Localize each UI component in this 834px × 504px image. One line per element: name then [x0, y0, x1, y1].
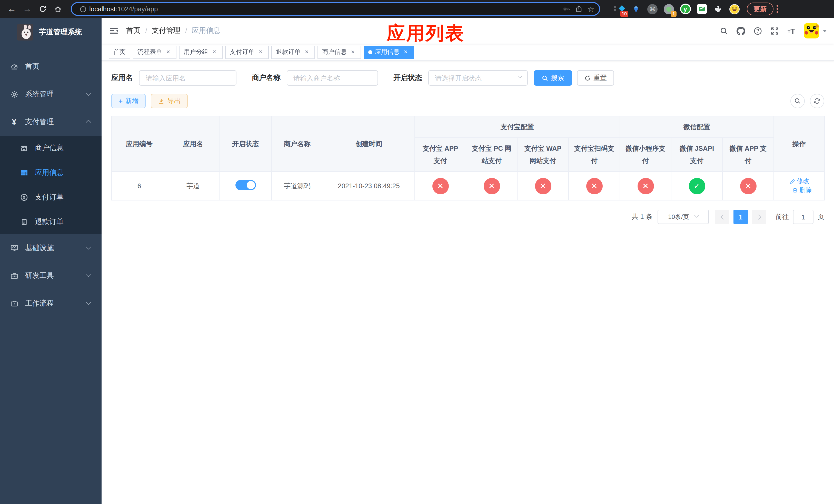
sidebar-item-label: 研发工具	[25, 271, 87, 280]
reset-button[interactable]: 重置	[577, 70, 614, 86]
status-toggle[interactable]	[235, 180, 256, 190]
chevron-down-icon	[86, 299, 91, 304]
tab-close-icon[interactable]: ×	[257, 48, 264, 55]
status-select[interactable]	[428, 70, 528, 86]
yen-icon: ¥	[10, 117, 19, 127]
browser-back-icon[interactable]: ←	[5, 2, 19, 16]
breadcrumb-payment[interactable]: 支付管理	[152, 26, 180, 36]
sidebar-item-payment[interactable]: ¥ 支付管理	[0, 108, 102, 136]
tab-close-icon[interactable]: ×	[402, 48, 409, 55]
cell-alipay-wap: ✕	[517, 171, 569, 200]
font-size-icon[interactable]: TT	[784, 24, 798, 38]
goto-page-input[interactable]	[793, 210, 813, 224]
table-row: 6 芋道 芋道源码 2021-10-23 08:49:25 ✕ ✕ ✕ ✕ ✕	[112, 171, 825, 200]
password-key-icon[interactable]	[560, 3, 572, 15]
user-avatar[interactable]	[804, 23, 819, 39]
sidebar-toggle-icon[interactable]	[102, 18, 126, 44]
github-icon[interactable]	[733, 24, 748, 38]
browser-update-button[interactable]: 更新	[747, 3, 773, 15]
app-name-input[interactable]	[139, 70, 237, 86]
search-button[interactable]: 搜索	[534, 70, 572, 86]
extension-blue-diamond-icon[interactable]: 10	[613, 3, 626, 15]
sidebar-item-system[interactable]: 系统管理	[0, 81, 102, 108]
tab-close-icon[interactable]: ×	[349, 48, 356, 55]
extension-camera-icon[interactable]: 1	[663, 3, 675, 15]
sidebar-item-workflow[interactable]: 工作流程	[0, 290, 102, 317]
navbar: 首页 / 支付管理 / 应用信息 应用列表	[102, 18, 834, 44]
bookmark-star-icon[interactable]: ☆	[585, 3, 597, 15]
page-unit-label: 页	[818, 212, 824, 222]
url-text: localhost:1024/pay/app	[89, 5, 158, 13]
sidebar-item-pay-orders[interactable]: 支付订单	[0, 185, 102, 210]
monitor-icon	[10, 244, 19, 252]
tab-close-icon[interactable]: ×	[164, 48, 172, 55]
avatar-dropdown-caret-icon[interactable]	[823, 29, 827, 32]
status-cross-icon: ✕	[483, 178, 500, 194]
sidebar-item-infrastructure[interactable]: 基础设施	[0, 234, 102, 262]
delete-link[interactable]: 删除	[792, 186, 812, 194]
edit-link[interactable]: 修改	[789, 177, 809, 186]
address-bar[interactable]: localhost:1024/pay/app ☆	[71, 2, 600, 16]
cell-alipay-app: ✕	[415, 171, 466, 200]
sidebar-item-app-info[interactable]: 应用信息	[0, 160, 102, 185]
share-icon[interactable]	[572, 3, 585, 15]
extensions-area: 10 ⌘ 1 y 更新	[609, 3, 778, 15]
col-wechat-app: 微信 APP 支付	[722, 138, 774, 172]
prev-page-button[interactable]	[715, 210, 729, 224]
extension-chat-icon[interactable]	[696, 3, 708, 15]
sidebar-item-home[interactable]: 首页	[0, 53, 102, 81]
fullscreen-icon[interactable]	[767, 24, 782, 38]
status-select-input[interactable]	[428, 70, 528, 86]
site-info-icon[interactable]	[77, 3, 89, 15]
tab-home[interactable]: 首页	[109, 45, 130, 59]
breadcrumb-home[interactable]: 首页	[126, 26, 140, 36]
extensions-puzzle-icon[interactable]	[712, 3, 724, 15]
tab-refund-orders[interactable]: 退款订单×	[271, 45, 315, 59]
page-size-select[interactable]: 10条/页	[658, 210, 709, 224]
help-icon[interactable]	[750, 24, 765, 38]
sidebar-item-label: 支付管理	[25, 117, 87, 127]
tab-merchant-info[interactable]: 商户信息×	[317, 45, 361, 59]
extension-y-icon[interactable]: y	[679, 3, 692, 15]
sidebar-item-label: 首页	[25, 62, 90, 71]
refresh-table-button[interactable]	[810, 94, 824, 108]
briefcase-icon	[10, 299, 19, 307]
navbar-actions: TT	[714, 23, 834, 39]
tab-user-group[interactable]: 用户分组×	[179, 45, 223, 59]
col-actions: 操作	[774, 116, 825, 171]
merchant-name-label: 商户名称	[252, 73, 281, 83]
tab-close-icon[interactable]: ×	[303, 48, 310, 55]
add-button[interactable]: +新增	[111, 94, 146, 108]
browser-menu-icon[interactable]	[776, 4, 778, 14]
sidebar-item-dev-tools[interactable]: 研发工具	[0, 262, 102, 290]
col-alipay-wap: 支付宝 WAP 网站支付	[517, 138, 569, 172]
profile-avatar[interactable]	[728, 3, 741, 15]
tab-close-icon[interactable]: ×	[211, 48, 218, 55]
search-icon[interactable]	[717, 24, 731, 38]
tab-process-form[interactable]: 流程表单×	[133, 45, 176, 59]
status-cross-icon: ✕	[535, 178, 551, 194]
next-page-button[interactable]	[752, 210, 766, 224]
merchant-name-input[interactable]	[287, 70, 378, 86]
coin-yen-icon	[20, 193, 28, 202]
grid-icon	[20, 169, 28, 177]
screen: ← → localhost:1024/pay/app ☆ 10	[0, 0, 834, 504]
show-search-button[interactable]	[790, 94, 805, 108]
browser-reload-icon[interactable]	[36, 2, 49, 16]
col-app-name: 应用名	[167, 116, 219, 171]
active-tab-dot-icon	[368, 50, 372, 54]
extension-gem-icon[interactable]	[630, 3, 642, 15]
sidebar-item-refund-orders[interactable]: 退款订单	[0, 210, 102, 234]
cell-actions: 修改 删除	[774, 171, 825, 200]
tab-app-info[interactable]: 应用信息×	[364, 45, 414, 59]
browser-home-icon[interactable]	[51, 2, 65, 16]
col-created: 创建时间	[323, 116, 415, 171]
tab-pay-orders[interactable]: 支付订单×	[225, 45, 269, 59]
page-number-button[interactable]: 1	[733, 210, 748, 224]
sidebar-item-label: 退款订单	[35, 217, 64, 227]
extension-badge: 10	[620, 10, 628, 17]
extension-command-icon[interactable]: ⌘	[646, 3, 659, 15]
export-button[interactable]: 导出	[151, 94, 188, 108]
extension-badge: 1	[671, 10, 677, 17]
sidebar-item-merchant-info[interactable]: 商户信息	[0, 136, 102, 160]
